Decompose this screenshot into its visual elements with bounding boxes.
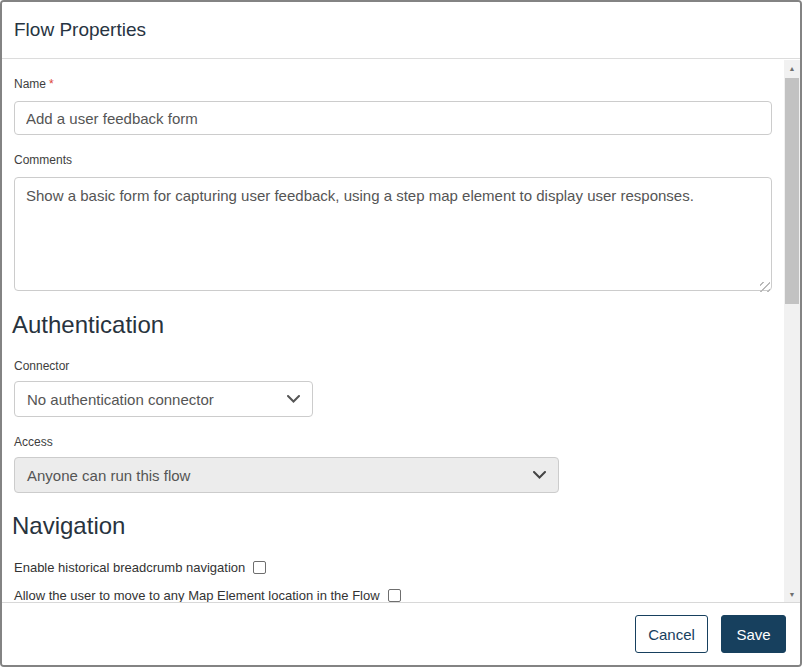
- dialog-header: Flow Properties: [2, 2, 800, 59]
- access-select[interactable]: Anyone can run this flow: [14, 457, 559, 493]
- connector-label: Connector: [14, 359, 69, 373]
- cancel-button[interactable]: Cancel: [635, 615, 708, 653]
- breadcrumb-navigation-option: Enable historical breadcrumb navigation: [14, 558, 266, 576]
- vertical-scrollbar[interactable]: ▲ ▼: [784, 60, 800, 602]
- flow-properties-dialog: Flow Properties Name* Comments Show a ba…: [0, 0, 802, 667]
- comments-textarea[interactable]: Show a basic form for capturing user fee…: [14, 177, 772, 291]
- access-selected-value: Anyone can run this flow: [27, 467, 190, 484]
- chevron-down-icon: [533, 471, 546, 479]
- dialog-body: Name* Comments Show a basic form for cap…: [2, 60, 800, 602]
- page-title: Flow Properties: [14, 19, 146, 41]
- dialog-footer: Cancel Save: [2, 602, 800, 665]
- save-button[interactable]: Save: [721, 615, 786, 653]
- name-label: Name*: [14, 77, 54, 91]
- chevron-down-icon: [287, 395, 300, 403]
- move-anywhere-label: Allow the user to move to any Map Elemen…: [14, 588, 380, 603]
- move-anywhere-checkbox[interactable]: [388, 589, 401, 602]
- breadcrumb-navigation-label: Enable historical breadcrumb navigation: [14, 560, 245, 575]
- required-asterisk: *: [49, 77, 54, 91]
- comments-label: Comments: [14, 153, 72, 167]
- textarea-resize-handle-icon[interactable]: [760, 282, 770, 292]
- breadcrumb-navigation-checkbox[interactable]: [253, 561, 266, 574]
- connector-select[interactable]: No authentication connector: [14, 381, 313, 417]
- connector-selected-value: No authentication connector: [27, 391, 214, 408]
- access-label: Access: [14, 435, 53, 449]
- authentication-heading: Authentication: [12, 309, 164, 340]
- move-anywhere-option: Allow the user to move to any Map Elemen…: [14, 586, 401, 602]
- scroll-up-icon[interactable]: ▲: [784, 60, 800, 76]
- scrollbar-thumb[interactable]: [785, 78, 799, 304]
- name-input[interactable]: [14, 101, 772, 135]
- scroll-down-icon[interactable]: ▼: [784, 586, 800, 602]
- navigation-heading: Navigation: [12, 510, 125, 541]
